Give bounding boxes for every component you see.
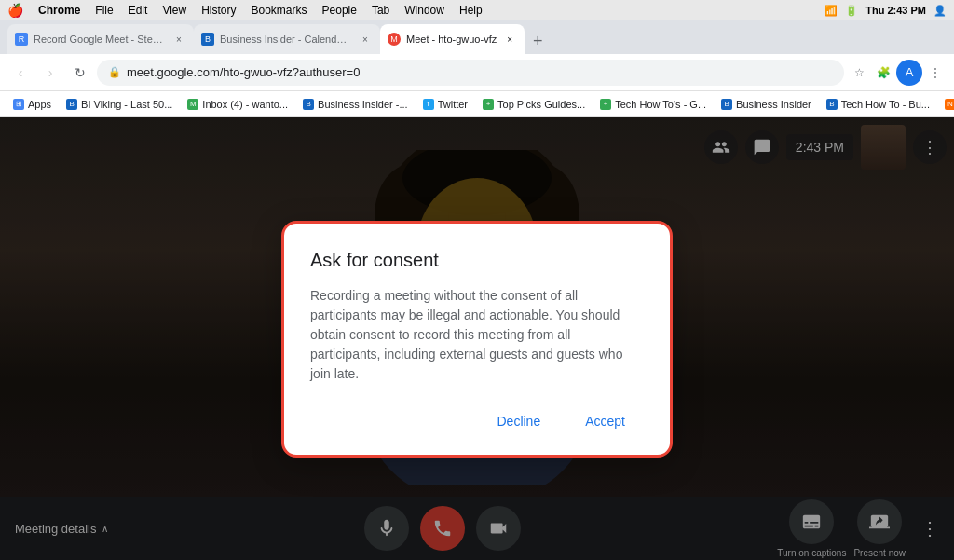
refresh-button[interactable]: ↻ <box>67 60 93 86</box>
bookmark-label-twitter: Twitter <box>438 99 468 110</box>
back-button[interactable]: ‹ <box>7 60 34 86</box>
menu-history[interactable]: History <box>201 4 236 17</box>
apple-menu[interactable]: 🍎 <box>7 3 23 18</box>
bookmark-tech-howto-bu[interactable]: B Tech How To - Bu... <box>821 97 935 112</box>
bookmark-favicon-top-picks: + <box>483 99 494 110</box>
tab-close-1[interactable]: × <box>171 32 186 47</box>
bookmark-tech-howto[interactable]: + Tech How To's - G... <box>594 97 712 112</box>
tab-title-1: Record Google Meet - Steven... <box>34 34 166 45</box>
more-menu-button[interactable]: ⋮ <box>924 61 947 84</box>
menubar-right: 📶 🔋 Thu 2:43 PM 👤 <box>825 5 947 17</box>
bookmark-apps[interactable]: ⊞ Apps <box>7 97 57 112</box>
bookmark-label-tech-howto: Tech How To's - G... <box>615 99 706 110</box>
user-icon[interactable]: 👤 <box>934 5 947 17</box>
bookmark-label-bi-viking: BI Viking - Last 50... <box>81 99 172 110</box>
bookmark-label-apps: Apps <box>28 99 51 110</box>
modal-actions: Decline Accept <box>310 406 644 436</box>
tab-title-2: Business Insider - Calendar - V... <box>220 34 352 45</box>
new-tab-button[interactable]: + <box>525 28 551 54</box>
menu-file[interactable]: File <box>95 4 113 17</box>
menu-people[interactable]: People <box>322 4 357 17</box>
modal-body: Recording a meeting without the consent … <box>310 286 644 384</box>
profile-button[interactable]: A <box>896 60 922 86</box>
menu-bookmarks[interactable]: Bookmarks <box>252 4 307 17</box>
bookmark-label-top-picks: Top Picks Guides... <box>497 99 585 110</box>
lock-icon: 🔒 <box>108 66 121 78</box>
tab-business-insider[interactable]: B Business Insider - Calendar - V... × <box>194 24 380 54</box>
bookmark-namely[interactable]: N Namely <box>939 97 954 112</box>
bookmark-label-inbox: Inbox (4) - wanto... <box>202 99 288 110</box>
modal-title: Ask for consent <box>310 250 644 271</box>
bookmark-label-bi: Business Insider -... <box>318 99 408 110</box>
bookmark-favicon-apps: ⊞ <box>13 99 24 110</box>
bookmark-favicon-namely: N <box>945 99 954 110</box>
bookmark-label-tech-bu: Tech How To - Bu... <box>841 99 930 110</box>
bookmark-bi2[interactable]: B Business Insider <box>716 97 817 112</box>
nav-right-icons: ☆ 🧩 A ⋮ <box>848 60 947 86</box>
tab-favicon-2: B <box>201 33 214 46</box>
tab-close-3[interactable]: × <box>502 32 517 47</box>
tab-favicon-1: R <box>15 33 28 46</box>
forward-button[interactable]: › <box>37 60 63 86</box>
consent-modal: Ask for consent Recording a meeting with… <box>281 221 673 458</box>
url-text: meet.google.com/hto-gwuo-vfz?authuser=0 <box>127 65 360 79</box>
menu-help[interactable]: Help <box>459 4 483 17</box>
menu-tab[interactable]: Tab <box>372 4 389 17</box>
bookmark-favicon-bi: B <box>303 99 314 110</box>
tab-record-meet[interactable]: R Record Google Meet - Steven... × <box>7 24 194 54</box>
bookmarks-bar: ⊞ Apps B BI Viking - Last 50... M Inbox … <box>0 91 954 117</box>
menu-view[interactable]: View <box>162 4 186 17</box>
tab-bar: R Record Google Meet - Steven... × B Bus… <box>0 20 954 54</box>
accept-button[interactable]: Accept <box>566 406 644 436</box>
tab-favicon-3: M <box>388 33 401 46</box>
consent-modal-overlay: Ask for consent Recording a meeting with… <box>0 117 954 560</box>
bookmark-twitter[interactable]: t Twitter <box>417 97 473 112</box>
bookmark-favicon-tech-bu: B <box>826 99 838 110</box>
bookmark-star-button[interactable]: ☆ <box>848 61 870 84</box>
address-bar[interactable]: 🔒 meet.google.com/hto-gwuo-vfz?authuser=… <box>97 60 844 86</box>
battery-icon: 🔋 <box>845 5 858 17</box>
bookmark-favicon-bi2: B <box>721 99 732 110</box>
bookmark-favicon-inbox: M <box>187 99 198 110</box>
video-area: 2:43 PM ⋮ Ask for consent Recording a me… <box>0 117 954 560</box>
bookmark-label-bi2: Business Insider <box>736 99 811 110</box>
bookmark-top-picks[interactable]: + Top Picks Guides... <box>477 97 591 112</box>
bookmark-favicon-bi-viking: B <box>66 99 77 110</box>
menu-chrome[interactable]: Chrome <box>38 4 80 17</box>
decline-button[interactable]: Decline <box>478 406 559 436</box>
tab-title-3: Meet - hto-gwuo-vfz <box>406 34 497 45</box>
system-time: Thu 2:43 PM <box>865 5 926 16</box>
bookmark-bi-viking[interactable]: B BI Viking - Last 50... <box>61 97 178 112</box>
nav-bar: ‹ › ↻ 🔒 meet.google.com/hto-gwuo-vfz?aut… <box>0 54 954 91</box>
bookmark-inbox[interactable]: M Inbox (4) - wanto... <box>182 97 293 112</box>
bookmark-business-insider[interactable]: B Business Insider -... <box>297 97 414 112</box>
menu-window[interactable]: Window <box>404 4 444 17</box>
extensions-button[interactable]: 🧩 <box>872 61 894 84</box>
tab-meet[interactable]: M Meet - hto-gwuo-vfz × <box>380 24 525 54</box>
wifi-icon: 📶 <box>825 5 838 17</box>
bookmark-favicon-twitter: t <box>423 99 434 110</box>
macos-menubar: 🍎 Chrome File Edit View History Bookmark… <box>0 0 954 20</box>
tab-close-2[interactable]: × <box>358 32 373 47</box>
chrome-browser: R Record Google Meet - Steven... × B Bus… <box>0 20 954 560</box>
menu-edit[interactable]: Edit <box>129 4 148 17</box>
bookmark-favicon-tech-howto: + <box>600 99 611 110</box>
